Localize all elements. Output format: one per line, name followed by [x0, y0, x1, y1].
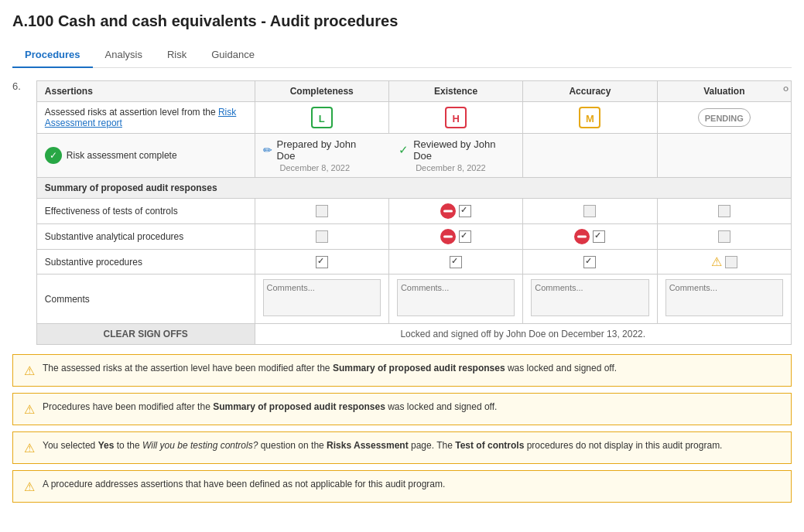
analytical-accuracy: ✓: [523, 224, 657, 250]
comments-completeness-cell: [255, 275, 388, 324]
checkbox-checked-3[interactable]: ✓: [593, 230, 605, 243]
warning1-bold: Summary of proposed audit responses: [333, 363, 505, 373]
warning2-bold: Summary of proposed audit responses: [213, 401, 385, 412]
checkbox-checked-2[interactable]: ✓: [459, 230, 471, 243]
substantive-completeness: ✓: [255, 250, 388, 275]
no-icon-2: [440, 229, 456, 244]
comments-valuation-cell: [657, 275, 791, 324]
sign-off-info-cell: ✏ Prepared by John Doe December 8, 2022 …: [255, 134, 523, 178]
controls-valuation: [657, 199, 791, 224]
comments-label: Comments: [36, 275, 255, 324]
checkmark-icon: ✓: [399, 143, 409, 157]
controls-accuracy: [523, 199, 657, 224]
comments-valuation-input[interactable]: [665, 279, 783, 316]
tab-analysis[interactable]: Analysis: [93, 43, 155, 68]
empty-accuracy-cell: [523, 134, 657, 178]
substantive-valuation: ⚠: [657, 250, 791, 275]
badge-H: H: [445, 107, 467, 128]
reviewed-info: ✓ Reviewed by John Doe December 8, 2022: [399, 138, 515, 172]
table-row: Assessed risks at assertion level from t…: [36, 102, 791, 134]
warning-box-1: ⚠ The assessed risks at the assertion le…: [12, 354, 792, 387]
badge-pending: PENDING: [698, 108, 751, 127]
analytical-label: Substantive analytical procedures: [36, 224, 255, 250]
warning-box-4: ⚠ A procedure addresses assertions that …: [12, 470, 792, 503]
analytical-existence: ✓: [388, 224, 522, 250]
tab-risk[interactable]: Risk: [155, 43, 199, 68]
header-assertions: Assertions: [36, 81, 255, 102]
warning2-text2: was locked and signed off.: [385, 401, 498, 412]
controls-completeness: [255, 199, 388, 224]
empty-valuation-cell: [657, 134, 791, 178]
tabs-bar: Procedures Analysis Risk Guidance: [12, 43, 792, 68]
comments-existence-input[interactable]: [397, 279, 515, 316]
summary-header-row: Summary of proposed audit responses: [36, 178, 791, 199]
reviewed-date: December 8, 2022: [416, 163, 486, 172]
comments-accuracy-input[interactable]: [531, 279, 648, 316]
checkbox-checked-4[interactable]: ✓: [316, 256, 328, 268]
badge-M: M: [579, 107, 600, 128]
warning4-text: A procedure addresses assertions that ha…: [43, 479, 445, 489]
signoffs-row: CLEAR SIGN OFFS Locked and signed off by…: [36, 324, 791, 345]
checkbox-unchecked[interactable]: [316, 205, 328, 217]
completeness-badge-cell: L: [255, 102, 388, 134]
assessed-risks-label: Assessed risks at assertion level from t…: [36, 102, 255, 134]
warning3-text1: You selected Yes to the Will you be test…: [43, 440, 722, 451]
analytical-row: Substantive analytical procedures ✓: [36, 224, 791, 250]
pencil-icon: ✏: [263, 144, 272, 156]
risk-assessment-complete-label: ✓ Risk assessment complete: [36, 134, 255, 178]
warning2-text1: Procedures have been modified after the: [43, 401, 213, 412]
warning-box-2: ⚠ Procedures have been modified after th…: [12, 393, 792, 425]
checkbox-unchecked-6[interactable]: [725, 256, 737, 268]
comments-accuracy-cell: [523, 275, 657, 324]
checkbox-checked-5[interactable]: ✓: [450, 256, 462, 268]
header-existence: Existence: [388, 81, 522, 102]
header-completeness: Completeness: [255, 81, 388, 102]
warning1-text2: was locked and signed off.: [505, 363, 618, 373]
signoff-text: Locked and signed off by John Doe on Dec…: [255, 324, 791, 345]
no-icon-3: [574, 229, 590, 244]
comments-row: Comments: [36, 275, 791, 324]
analytical-valuation: [657, 224, 791, 250]
procedures-table: Assertions Completeness Existence Accura…: [36, 80, 792, 345]
header-valuation: Valuation: [657, 81, 791, 102]
warning-triangle-icon-3: ⚠: [24, 441, 35, 455]
tab-guidance[interactable]: Guidance: [199, 43, 267, 68]
substantive-row: Substantive procedures ✓ ✓ ✓ ⚠: [36, 250, 791, 275]
page-title: A.100 Cash and cash equivalents - Audit …: [12, 12, 792, 30]
substantive-existence: ✓: [388, 250, 522, 275]
check-circle-icon: ✓: [45, 147, 62, 164]
analytical-completeness: [255, 224, 388, 250]
header-accuracy: Accuracy: [523, 81, 657, 102]
clear-signoffs-button[interactable]: CLEAR SIGN OFFS: [36, 324, 255, 345]
checkbox-unchecked-3[interactable]: [718, 205, 730, 217]
hint-icon[interactable]: ⚬: [780, 80, 792, 97]
controls-existence: ✓: [388, 199, 522, 224]
controls-label: Effectiveness of tests of controls: [36, 199, 255, 224]
valuation-pending-cell: PENDING: [657, 102, 791, 134]
checkbox-unchecked-2[interactable]: [583, 205, 596, 217]
badge-L: L: [311, 107, 333, 128]
substantive-accuracy: ✓: [523, 250, 657, 275]
checkbox-checked[interactable]: ✓: [459, 205, 471, 217]
warning-triangle-icon-2: ⚠: [24, 402, 35, 417]
existence-badge-cell: H: [388, 102, 522, 134]
checkbox-unchecked-4[interactable]: [316, 230, 328, 243]
risk-assessment-row: ✓ Risk assessment complete ✏ Prepared by…: [36, 134, 791, 178]
controls-row: Effectiveness of tests of controls ✓: [36, 199, 791, 224]
tab-procedures[interactable]: Procedures: [12, 43, 93, 68]
prepared-by: Prepared by John Doe: [277, 138, 376, 162]
no-icon: [440, 203, 456, 219]
checkbox-unchecked-5[interactable]: [718, 230, 730, 243]
reviewed-by: Reviewed by John Doe: [413, 138, 515, 162]
checkbox-checked-6[interactable]: ✓: [583, 256, 596, 268]
comments-completeness-input[interactable]: [263, 279, 381, 316]
comments-existence-cell: [388, 275, 522, 324]
warning-triangle-icon-4: ⚠: [24, 479, 35, 494]
accuracy-badge-cell: M: [523, 102, 657, 134]
warning-triangle-icon-1: ⚠: [24, 363, 35, 378]
warning-icon: ⚠: [711, 254, 722, 269]
prepared-date: December 8, 2022: [280, 163, 351, 172]
section-number: 6.: [12, 80, 21, 92]
summary-label: Summary of proposed audit responses: [36, 178, 791, 199]
warning-box-3: ⚠ You selected Yes to the Will you be te…: [12, 431, 792, 464]
